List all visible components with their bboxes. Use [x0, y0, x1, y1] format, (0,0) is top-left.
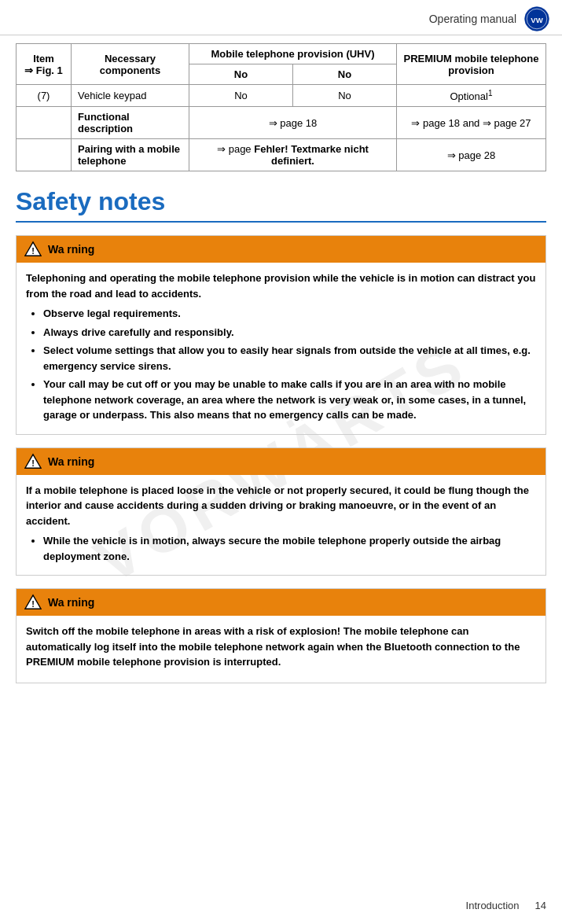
warning-para-1: Telephoning and operating the mobile tel…	[26, 271, 536, 301]
table-header-item: Item ⇒ Fig. 1	[17, 44, 72, 85]
table-cell-uhv2: No	[292, 85, 396, 107]
list-item: Your call may be cut off or you may be u…	[43, 377, 536, 423]
header-title: Operating manual	[429, 13, 516, 25]
table-row: Pairing with a mobile telephone ⇒ page F…	[17, 139, 546, 171]
table-row: Functional description ⇒ page 18 ⇒ page …	[17, 107, 546, 139]
list-item: Observe legal requirements.	[43, 306, 536, 322]
footer-page-number: 14	[535, 900, 546, 911]
svg-text:VW: VW	[531, 16, 543, 24]
svg-text:!: !	[31, 599, 35, 609]
table-cell-item: (7)	[17, 85, 72, 107]
page-footer: Introduction 14	[466, 900, 546, 911]
warning-header-3: ! Wa rning	[17, 589, 545, 616]
table-cell-uhv-combined: ⇒ page Fehler! Textmarke nicht definiert…	[189, 139, 397, 171]
table-cell-uhv1: No	[189, 85, 293, 107]
table-cell-necessary: Functional description	[72, 107, 189, 139]
footer-section: Introduction	[466, 900, 520, 911]
table-header-mobile: Mobile telephone provision (UHV)	[189, 44, 397, 64]
table-cell-necessary: Vehicle keypad	[72, 85, 189, 107]
table-cell-premium: ⇒ page 28	[397, 139, 546, 171]
warning-icon-2: !	[24, 453, 42, 470]
warning-box-3: ! Wa rning Switch off the mobile telepho…	[16, 588, 546, 683]
warning-header-2: ! Wa rning	[17, 448, 545, 475]
page-header: Operating manual VW	[0, 0, 562, 35]
list-item: While the vehicle is in motion, always s…	[43, 533, 536, 564]
warning-icon-3: !	[24, 594, 42, 611]
warning-body-3: Switch off the mobile telephone in areas…	[17, 616, 545, 683]
components-table: Item ⇒ Fig. 1 Necessary components Mobil…	[16, 43, 546, 171]
warning-header-1: ! Wa rning	[17, 236, 545, 263]
safety-notes-title: Safety notes	[16, 187, 546, 223]
warning-box-2: ! Wa rning If a mobile telephone is plac…	[16, 447, 546, 576]
svg-text:!: !	[31, 458, 35, 467]
list-item: Always drive carefully and responsibly.	[43, 325, 536, 341]
warning-title-2: Wa rning	[48, 455, 94, 468]
warning-list-1: Observe legal requirements. Always drive…	[26, 306, 536, 423]
warning-icon-1: !	[24, 241, 42, 258]
table-header-premium: PREMIUM mobile telephone provision	[397, 44, 546, 85]
table-cell-item	[17, 107, 72, 139]
warning-body-1: Telephoning and operating the mobile tel…	[17, 263, 545, 434]
table-subheader-no1: No	[189, 64, 293, 85]
warning-title-3: Wa rning	[48, 596, 94, 609]
table-row: (7) Vehicle keypad No No Optional1	[17, 85, 546, 107]
warning-title-1: Wa rning	[48, 243, 94, 256]
list-item: Select volume settings that allow you to…	[43, 343, 536, 374]
warning-para-2: If a mobile telephone is placed loose in…	[26, 483, 536, 529]
vw-logo-icon: VW	[524, 6, 549, 31]
table-cell-uhv-combined: ⇒ page 18	[189, 107, 397, 139]
table-header-necessary: Necessary components	[72, 44, 189, 85]
warning-para-3: Switch off the mobile telephone in areas…	[26, 624, 536, 670]
table-cell-item	[17, 139, 72, 171]
svg-text:!: !	[31, 246, 35, 256]
warning-box-1: ! Wa rning Telephoning and operating the…	[16, 235, 546, 435]
table-cell-premium: ⇒ page 18 and ⇒ page 27	[397, 107, 546, 139]
table-cell-premium: Optional1	[397, 85, 546, 107]
warning-list-2: While the vehicle is in motion, always s…	[26, 533, 536, 564]
table-cell-necessary: Pairing with a mobile telephone	[72, 139, 189, 171]
warning-body-2: If a mobile telephone is placed loose in…	[17, 475, 545, 576]
table-subheader-no2: No	[292, 64, 396, 85]
